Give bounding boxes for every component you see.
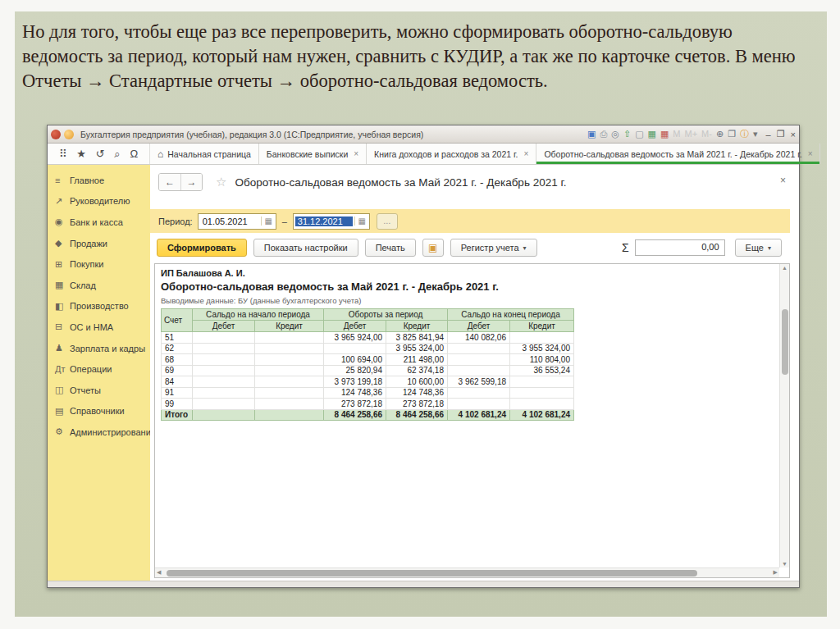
favorite-star-icon[interactable]: ☆ xyxy=(216,175,226,189)
zoom-icon[interactable]: ⊕ xyxy=(716,130,724,139)
print-preview-icon[interactable]: ◎ xyxy=(611,130,619,139)
notifications-icon[interactable]: Ω xyxy=(130,148,138,160)
tab-osv[interactable]: Оборотно-сальдовая ведомость за Май 2021… xyxy=(536,144,820,164)
favorites-icon[interactable]: ★ xyxy=(76,148,86,160)
generate-button[interactable]: Сформировать xyxy=(157,239,247,257)
sum-field[interactable]: 0,00 xyxy=(635,239,725,256)
tab-close-icon[interactable]: × xyxy=(808,149,813,158)
vertical-scroll-thumb[interactable] xyxy=(782,309,788,375)
value-cell xyxy=(193,399,255,410)
scroll-right-icon[interactable]: ▶ xyxy=(774,569,778,576)
tab-home[interactable]: ⌂Начальная страница xyxy=(150,144,259,164)
report-close-icon[interactable]: × xyxy=(780,175,786,186)
sidebar-item-sales[interactable]: ◆Продажи xyxy=(48,233,150,254)
document-icon[interactable]: ▢ xyxy=(635,130,643,139)
period-from-field[interactable]: 01.05.2021 ▦ xyxy=(198,213,276,230)
toolbar-right: Σ 0,00 Еще ▾ xyxy=(622,239,782,257)
print-icon[interactable]: ⎙ xyxy=(600,130,607,139)
scroll-up-icon[interactable]: ▲ xyxy=(780,265,789,271)
column-subheader: Дебет xyxy=(324,321,386,332)
report-form-header: ← → ☆ Оборотно-сальдовая ведомость за Ма… xyxy=(150,165,799,199)
horizontal-scroll-thumb[interactable] xyxy=(167,570,697,577)
send-icon[interactable]: ⇧ xyxy=(623,130,631,139)
table-row: 513 965 924,003 825 841,94140 082,06 xyxy=(162,332,574,344)
send-email-icon[interactable]: ▣ xyxy=(422,239,444,257)
minimize-icon[interactable]: – xyxy=(766,130,771,139)
history-icon[interactable]: ↺ xyxy=(96,148,105,160)
tab-close-icon[interactable]: × xyxy=(354,149,358,158)
column-header-account: Счет xyxy=(162,309,193,332)
sidebar-item-manager[interactable]: ↗Руководителю xyxy=(48,191,150,212)
app-menu-icon[interactable] xyxy=(64,130,74,139)
report-title: Оборотно-сальдовая ведомость за Май 2021… xyxy=(235,176,566,189)
memory-minus-icon[interactable]: M- xyxy=(701,130,712,139)
search-icon[interactable]: ⌕ xyxy=(114,148,120,161)
vertical-scrollbar[interactable]: ▲ ▼ xyxy=(779,264,789,567)
info-icon[interactable]: ⓘ xyxy=(740,130,749,139)
scroll-down-icon[interactable]: ▼ xyxy=(780,561,789,567)
back-button[interactable]: ← xyxy=(159,174,180,190)
sidebar-item-main[interactable]: ≡Главное xyxy=(48,170,150,191)
period-to-value[interactable]: 31.12.2021 xyxy=(295,217,353,226)
close-icon[interactable]: × xyxy=(791,130,796,139)
value-cell: 140 082,06 xyxy=(448,332,510,344)
value-cell xyxy=(324,343,386,354)
scroll-left-icon[interactable]: ◀ xyxy=(157,569,161,576)
value-cell: 211 498,00 xyxy=(386,354,448,366)
sidebar-item-warehouse[interactable]: ▦Склад xyxy=(48,275,150,296)
dropdown-caret-icon[interactable]: ▾ xyxy=(753,130,758,139)
value-cell: 10 600,00 xyxy=(386,376,448,388)
service-menu-icon[interactable]: ⠿ xyxy=(59,148,67,160)
factory-icon: ◧ xyxy=(55,301,70,312)
tab-kudir[interactable]: Книга доходов и расходов за 2021 г.× xyxy=(367,144,536,164)
total-value-cell xyxy=(255,409,324,421)
period-more-button[interactable]: ... xyxy=(377,213,398,230)
table-icon[interactable]: ▦ xyxy=(648,130,656,139)
table-header-row: СчетСальдо на начало периодаОбороты за п… xyxy=(162,309,574,321)
account-cell: 51 xyxy=(162,332,193,344)
value-cell xyxy=(448,354,510,366)
sidebar-item-operations[interactable]: ДтОперации xyxy=(48,358,150,380)
sidebar-item-label: Покупки xyxy=(70,259,103,269)
show-settings-button[interactable]: Показать настройки xyxy=(253,239,358,257)
sidebar-item-bank-cash[interactable]: ◉Банк и касса xyxy=(48,212,150,233)
total-label-cell: Итого xyxy=(162,409,193,421)
restore-icon[interactable]: ❐ xyxy=(777,129,785,139)
horizontal-scrollbar[interactable]: ◀ ▶ xyxy=(155,567,779,577)
total-value-cell: 8 464 258,66 xyxy=(324,409,386,421)
sidebar-item-reports[interactable]: ◫Отчеты xyxy=(48,380,150,401)
sidebar-item-purchases[interactable]: ⊞Покупки xyxy=(48,253,150,275)
value-cell xyxy=(255,399,324,410)
table-row: 843 973 199,1810 600,003 962 599,18 xyxy=(162,376,574,388)
sidebar-item-fixed-assets[interactable]: ⊟ОС и НМА xyxy=(48,317,150,338)
memory-plus-icon[interactable]: M+ xyxy=(685,130,698,139)
value-cell: 100 694,00 xyxy=(324,354,386,366)
value-cell xyxy=(193,332,255,344)
register-button[interactable]: Регистр учета ▾ xyxy=(450,239,537,257)
forward-button[interactable]: → xyxy=(180,174,202,190)
value-cell: 3 973 199,18 xyxy=(324,376,386,388)
tab-bank-statements[interactable]: Банковские выписки× xyxy=(259,144,367,164)
panels-icon[interactable]: ❐ xyxy=(728,130,736,139)
sidebar-item-administration[interactable]: ⚙Администрирование xyxy=(48,422,150,443)
calendar-icon[interactable]: ▦ xyxy=(660,130,669,139)
period-to-field[interactable]: 31.12.2021 ▦ xyxy=(293,213,370,230)
table-row: 6925 820,9462 374,1836 553,24 xyxy=(162,365,574,376)
calendar-picker-icon[interactable]: ▦ xyxy=(354,217,369,226)
column-group-header: Обороты за период xyxy=(324,309,448,321)
value-cell xyxy=(448,365,510,376)
sidebar-item-label: Производство xyxy=(70,301,129,311)
app-logo-icon[interactable] xyxy=(51,130,61,139)
print-button[interactable]: Печать xyxy=(365,239,416,257)
sidebar-item-directories[interactable]: ▤Справочники xyxy=(48,401,150,422)
save-icon[interactable]: ▣ xyxy=(587,130,596,139)
account-cell: 69 xyxy=(162,365,193,376)
sidebar-item-production[interactable]: ◧Производство xyxy=(48,296,150,317)
calendar-picker-icon[interactable]: ▦ xyxy=(261,217,276,226)
value-cell xyxy=(193,343,255,354)
memory-recall-icon[interactable]: M xyxy=(673,130,680,139)
period-from-value[interactable]: 01.05.2021 xyxy=(199,217,261,226)
tab-close-icon[interactable]: × xyxy=(524,149,529,158)
more-button[interactable]: Еще ▾ xyxy=(735,239,782,257)
sidebar-item-payroll[interactable]: ♟Зарплата и кадры xyxy=(48,338,150,359)
